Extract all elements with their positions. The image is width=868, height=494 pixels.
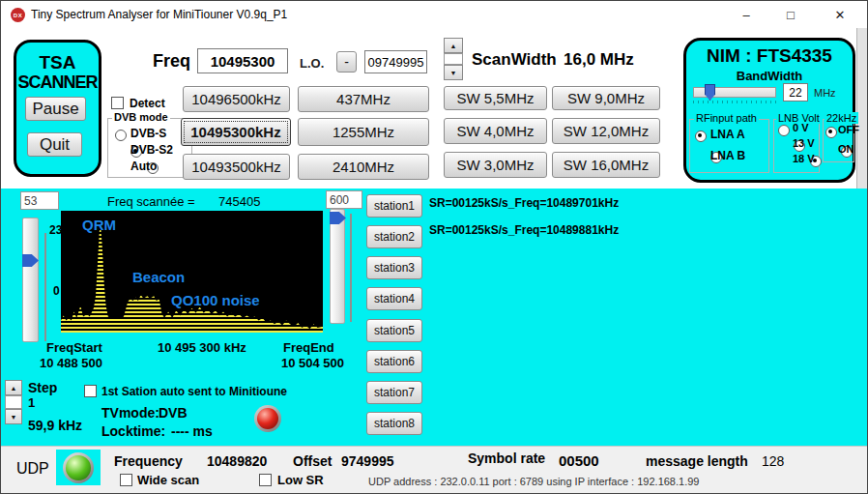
sw-12-0-button[interactable]: SW 12,0MHz <box>552 118 660 144</box>
spectrum-trace <box>61 226 323 333</box>
radio-22khz-off-label: OFF <box>838 124 859 135</box>
gain-input[interactable] <box>20 191 59 210</box>
freq-preset-3-button[interactable]: 10493500kHz <box>183 154 290 180</box>
sr-message-2: SR=00125kS/s_Freq=10489881kHz <box>429 223 619 237</box>
freq-preset-2-button[interactable]: 10495300kHz <box>181 118 291 146</box>
band-1255-button[interactable]: 1255MHz <box>298 118 429 146</box>
sw-5-5-button[interactable]: SW 5,5MHz <box>444 86 547 110</box>
title-bar: DX Tiny Spectrum Analyser for MiniTioune… <box>1 1 868 28</box>
station-6-button[interactable]: station6 <box>366 350 422 373</box>
radio-dvb-s-label: DVB-S <box>130 127 166 140</box>
scanwidth-spin-down[interactable]: ▼ <box>444 65 463 80</box>
detect-checkbox[interactable] <box>111 97 124 109</box>
udp-led-frame <box>56 450 101 485</box>
bandwidth-slider-thumb[interactable] <box>705 84 715 101</box>
station-4-button[interactable]: station4 <box>366 287 422 310</box>
band-437-button[interactable]: 437MHz <box>298 86 429 112</box>
radio-lna-a[interactable] <box>695 131 707 142</box>
station-5-button[interactable]: station5 <box>366 319 422 342</box>
dvb-mode-label: DVB mode <box>112 111 170 123</box>
frequency-label: Frequency <box>114 453 183 469</box>
freq-start-value: 10 488 500 <box>40 356 102 370</box>
freq-end-value: 10 504 500 <box>281 356 344 370</box>
app-window: DX Tiny Spectrum Analyser for MiniTioune… <box>0 0 868 494</box>
lo-input[interactable] <box>364 50 427 73</box>
annotation-qrm: QRM <box>82 217 116 233</box>
scanwidth-value: 16,0 MHz <box>564 50 634 70</box>
station-1-button[interactable]: station1 <box>366 194 422 218</box>
spectrum-plot[interactable]: QRM Beacon QO100 noise <box>61 211 323 333</box>
annotation-qo100-noise: QO100 noise <box>171 292 260 308</box>
low-sr-checkbox[interactable] <box>259 474 272 486</box>
step-spin-thumb[interactable] <box>5 395 22 409</box>
auto-station-label: 1st Sation auto sent to Minitioune <box>101 385 287 398</box>
window-title: Tiny Spectrum Analyser for MiniTiouner V… <box>31 8 287 21</box>
bandwidth-input[interactable] <box>783 83 808 102</box>
locktime-value: ---- ms <box>171 423 213 439</box>
span-slider-track[interactable] <box>330 209 345 324</box>
scanwidth-spin-thumb[interactable] <box>444 53 463 65</box>
sw-9-0-button[interactable]: SW 9,0MHz <box>552 86 660 110</box>
offset-value: 9749995 <box>341 453 394 469</box>
radio-22khz-off[interactable] <box>825 127 837 138</box>
radio-0v[interactable] <box>778 125 790 136</box>
step-spin-down[interactable]: ▼ <box>5 409 22 424</box>
radio-22khz-on-label: ON <box>838 143 854 155</box>
band-2410-button[interactable]: 2410MHz <box>298 154 429 180</box>
radio-lna-b-label: LNA B <box>710 149 745 162</box>
freq-label: Freq <box>153 51 190 72</box>
freq-preset-1-button[interactable]: 10496500kHz <box>183 86 290 112</box>
lnb-volt-group: LNB Volt 0 V 13 V 18 V <box>773 119 820 173</box>
step-label: Step <box>28 380 57 395</box>
radio-13v-label: 13 V <box>793 137 815 149</box>
wide-scan-checkbox[interactable] <box>120 474 132 486</box>
message-length-label: message length <box>646 453 748 469</box>
tone-22khz-group: 22kHz OFF ON <box>823 119 854 162</box>
scale-min-label: 0 <box>53 284 60 298</box>
radio-lna-a-label: LNA A <box>710 128 745 141</box>
low-sr-label: Low SR <box>277 473 324 487</box>
rf-input-label: RFinput path <box>694 112 759 124</box>
right-scale-line <box>350 214 352 322</box>
station-3-button[interactable]: station3 <box>366 256 422 279</box>
right-edge-scrollbar[interactable] <box>856 28 868 189</box>
lo-minus-button[interactable]: - <box>336 51 357 73</box>
quit-button[interactable]: Quit <box>27 132 82 157</box>
annotation-beacon: Beacon <box>132 269 185 285</box>
auto-station-checkbox[interactable] <box>84 385 97 397</box>
radio-dvb-s2-label: DVB-S2 <box>130 143 173 157</box>
minimize-button[interactable]: – <box>724 1 768 28</box>
sw-4-0-button[interactable]: SW 4,0MHz <box>444 118 547 144</box>
maximize-button[interactable]: □ <box>768 1 813 28</box>
sw-16-0-button[interactable]: SW 16,0MHz <box>552 152 660 178</box>
scanwidth-spin-up[interactable]: ▲ <box>444 38 463 53</box>
symbol-rate-label: Symbol rate <box>468 450 545 466</box>
tvmode-value: DVB <box>159 405 188 421</box>
station-2-button[interactable]: station2 <box>366 225 422 248</box>
tone-22khz-label: 22kHz <box>825 112 858 124</box>
lock-led-ring <box>254 405 281 432</box>
bandwidth-label: BandWidth <box>686 69 853 83</box>
radio-18v-label: 18 V <box>793 153 815 164</box>
udp-led-green-icon <box>66 455 91 480</box>
bandwidth-unit: MHz <box>814 87 836 99</box>
tsa-title-line1: TSA <box>16 52 99 73</box>
pause-button[interactable]: Pause <box>25 97 86 121</box>
radio-auto-label: Auto <box>130 160 157 173</box>
radio-dvb-s[interactable] <box>115 130 127 141</box>
freq-center-value: 10 495 300 kHz <box>158 340 246 355</box>
sw-3-0-button[interactable]: SW 3,0MHz <box>444 152 547 178</box>
close-button[interactable]: ✕ <box>813 1 867 28</box>
step-spin-up[interactable]: ▲ <box>5 380 22 395</box>
station-7-button[interactable]: station7 <box>366 381 422 404</box>
radio-0v-label: 0 V <box>793 122 809 133</box>
bandwidth-slider-ticks <box>693 101 776 103</box>
tsa-scanner-box: TSA SCANNER Pause Quit <box>14 40 101 177</box>
spectrum-panel: Freq scannée = 745405 239 0 QRM Beacon Q… <box>1 189 868 446</box>
station-8-button[interactable]: station8 <box>366 412 422 435</box>
freq-input[interactable] <box>197 48 288 73</box>
gain-slider-track[interactable] <box>22 218 39 342</box>
offset-label: Offset <box>293 453 332 469</box>
span-input[interactable] <box>326 190 362 209</box>
scanwidth-label: ScanWidth <box>472 50 557 70</box>
